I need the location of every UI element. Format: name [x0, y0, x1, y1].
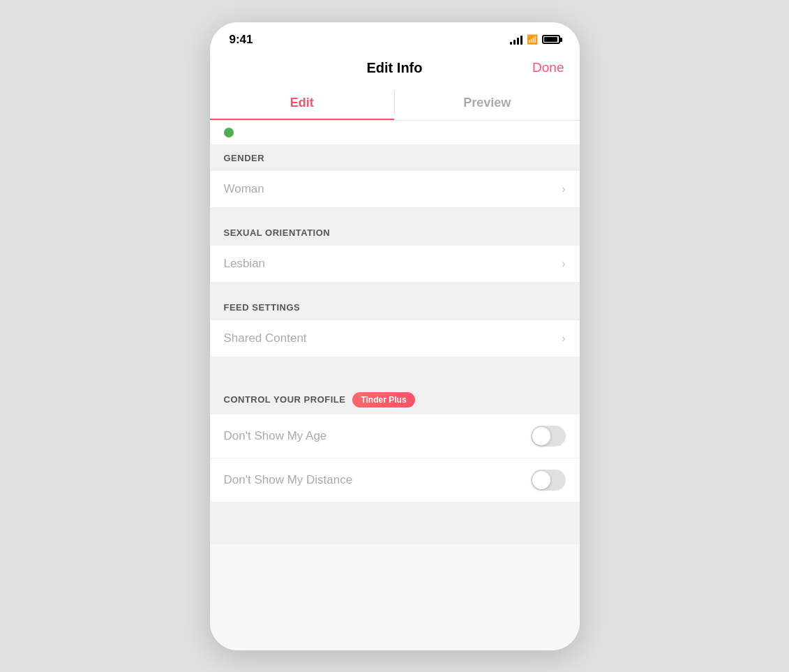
- wifi-icon: 📶: [527, 34, 538, 45]
- status-bar: 9:41 📶: [210, 22, 580, 53]
- orientation-item[interactable]: Lesbian ›: [210, 246, 580, 283]
- status-time: 9:41: [230, 33, 253, 47]
- tab-preview[interactable]: Preview: [395, 86, 580, 120]
- spacer-3: [210, 357, 580, 385]
- spacer-1: [210, 208, 580, 219]
- top-indicator-row: [210, 121, 580, 144]
- dont-show-distance-toggle[interactable]: [531, 470, 566, 491]
- gender-label: GENDER: [224, 153, 265, 163]
- done-button[interactable]: Done: [532, 60, 564, 75]
- dont-show-age-toggle[interactable]: [531, 426, 566, 447]
- dont-show-distance-label: Don't Show My Distance: [224, 473, 353, 487]
- dont-show-age-thumb: [532, 427, 550, 445]
- orientation-label: SEXUAL ORIENTATION: [224, 227, 331, 238]
- bottom-spacer: [210, 502, 580, 544]
- dont-show-age-row: Don't Show My Age: [210, 415, 580, 458]
- feed-value: Shared Content: [224, 331, 307, 345]
- page-title: Edit Info: [367, 60, 423, 76]
- feed-item[interactable]: Shared Content ›: [210, 320, 580, 357]
- dont-show-age-label: Don't Show My Age: [224, 429, 327, 443]
- dont-show-distance-row: Don't Show My Distance: [210, 458, 580, 502]
- spacer-2: [210, 283, 580, 294]
- orientation-chevron-icon: ›: [562, 257, 565, 270]
- orientation-value: Lesbian: [224, 257, 266, 271]
- feed-section-header: FEED SETTINGS: [210, 294, 580, 320]
- orientation-section-header: SEXUAL ORIENTATION: [210, 219, 580, 246]
- tinder-plus-badge[interactable]: Tinder Plus: [352, 392, 414, 408]
- battery-icon: [542, 35, 560, 44]
- phone-frame: 9:41 📶 Edit Info Done Edit Preview: [210, 22, 580, 650]
- signal-icon: [510, 35, 523, 45]
- control-label: CONTROL YOUR PROFILE: [224, 394, 346, 405]
- gender-chevron-icon: ›: [562, 183, 565, 195]
- gender-value: Woman: [224, 182, 264, 196]
- green-dot-icon: [224, 128, 234, 137]
- feed-label: FEED SETTINGS: [224, 302, 301, 313]
- gender-section-header: GENDER: [210, 144, 580, 171]
- status-icons: 📶: [510, 34, 560, 45]
- dont-show-distance-thumb: [532, 471, 550, 489]
- gender-item[interactable]: Woman ›: [210, 171, 580, 208]
- content-area: GENDER Woman › SEXUAL ORIENTATION Lesbia…: [210, 121, 580, 650]
- tab-edit[interactable]: Edit: [210, 86, 395, 120]
- feed-chevron-icon: ›: [562, 332, 565, 345]
- nav-header: Edit Info Done: [210, 53, 580, 86]
- tab-bar: Edit Preview: [210, 86, 580, 121]
- control-section-header: CONTROL YOUR PROFILE Tinder Plus: [210, 385, 580, 415]
